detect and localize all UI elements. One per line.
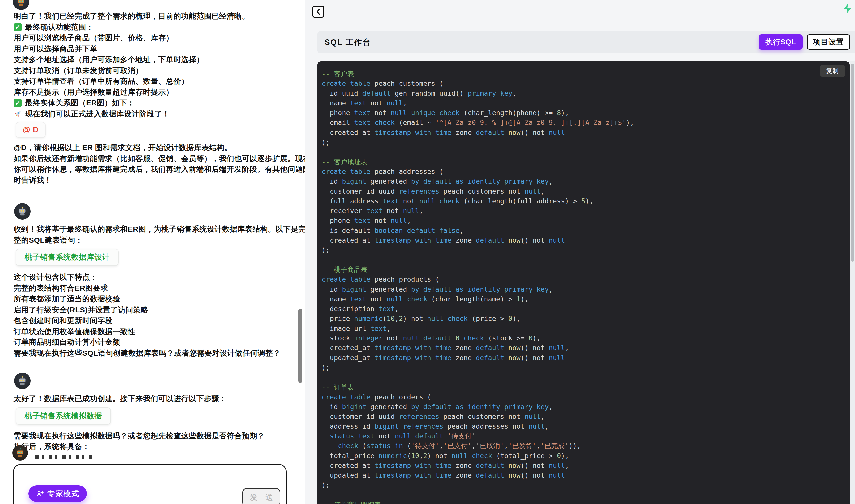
chat-line: 用户可以浏览桃子商品（带图片、价格、库存） [14, 33, 291, 43]
chat-line: 库存不足提示（用户选择数量超过库存时提示） [14, 87, 291, 98]
chat-line: 明白了！我们已经完成了整个需求的梳理，目前的功能范围已经清晰。 [14, 11, 291, 22]
clipped-text-fragment [35, 455, 92, 459]
assistant-avatar [14, 373, 31, 389]
chat-line: 需要我现在执行这些SQL语句创建数据库表吗？或者您需要对设计做任何调整？ [14, 348, 291, 359]
mention-card-d[interactable]: @D [16, 122, 46, 138]
robot-icon [15, 447, 26, 458]
workbench-header: SQL 工作台 执行SQL 项目设置 [317, 31, 855, 53]
check-emoji-icon: ✓ [14, 23, 22, 31]
code-line: address_id bigint references peach_addre… [322, 421, 844, 431]
code-line: email text check (email ~ '^[A-Za-z0-9._… [322, 118, 844, 127]
chat-line: 所有表都添加了适当的数据校验 [14, 294, 291, 305]
code-line: create table peach_orders ( [322, 392, 844, 402]
chat-line: 订单状态使用枚举值确保数据一致性 [14, 326, 291, 337]
chat-scrollbar-thumb[interactable] [298, 309, 302, 383]
robot-icon [16, 0, 27, 7]
chat-line: 如果你后续还有新增功能需求（比如客服、促销、会员等），我们也可以逐步扩展。现在 [14, 153, 291, 164]
expert-person-plus-icon [36, 489, 44, 498]
code-line [322, 372, 844, 382]
code-line: -- 客户表 [322, 69, 844, 78]
chat-line: 太好了！数据库表已成功创建。接下来我们可以进行以下步骤： [14, 393, 291, 404]
code-line: name text not null, [322, 98, 844, 108]
code-line: created_at timestamp with time zone defa… [322, 235, 844, 245]
send-button[interactable]: 发 送 [242, 488, 280, 504]
sql-code-panel: -- 客户表create table peach_customers ( id … [317, 61, 850, 504]
code-line [322, 147, 844, 157]
chat-line: 启用了行级安全(RLS)并设置了访问策略 [14, 305, 291, 316]
code-line: total_price numeric(10,2) not null check… [322, 451, 844, 461]
code-line: stock integer not null default 0 check (… [322, 333, 844, 343]
code-line: id bigint generated by default as identi… [322, 177, 844, 186]
chat-line: ✓最终确认功能范围： [14, 22, 291, 33]
artifact-link-card[interactable]: 桃子销售系统数据库设计 [16, 249, 119, 266]
workbench-title: SQL 工作台 [325, 31, 371, 53]
run-sql-button[interactable]: 执行SQL [759, 34, 803, 50]
code-line: updated_at timestamp with time zone defa… [322, 353, 844, 363]
sql-code[interactable]: -- 客户表create table peach_customers ( id … [317, 61, 850, 504]
code-line: phone text not null unique check (char_l… [322, 108, 844, 118]
check-emoji-icon: ✓ [14, 99, 22, 107]
code-line: is_default boolean default false, [322, 226, 844, 235]
chat-line: 包含创建时间和更新时间字段 [14, 315, 291, 326]
code-line: create table peach_customers ( [322, 78, 844, 88]
code-line: ); [322, 137, 844, 147]
code-line: receiver text not null, [322, 206, 844, 216]
chat-panel: 明白了！我们已经完成了整个需求的梳理，目前的功能范围已经清晰。✓最终确认功能范围… [0, 0, 305, 504]
code-line: created_at timestamp with time zone defa… [322, 128, 844, 137]
code-line: customer_id uuid references peach_custom… [322, 186, 844, 196]
code-line: customer_id uuid references peach_custom… [322, 412, 844, 421]
message-input-box[interactable]: 专家模式 发 送 [13, 464, 286, 504]
chat-line: 支持订单取消（订单未发货前可取消） [14, 65, 291, 76]
chat-line: 现在我们可以正式进入数据库设计阶段了！ [14, 109, 291, 120]
user-avatar [13, 445, 28, 461]
code-line: id uuid default gen_random_uuid() primar… [322, 89, 844, 98]
code-line: description text, [322, 304, 844, 313]
code-line: -- 客户地址表 [322, 157, 844, 167]
code-line: id bigint generated by default as identi… [322, 284, 844, 294]
chat-message: 太好了！数据库表已成功创建。接下来我们可以进行以下步骤：桃子销售系统模拟数据需要… [14, 393, 291, 452]
artifact-link-card[interactable]: 桃子销售系统模拟数据 [16, 407, 111, 425]
code-line [322, 490, 844, 500]
code-line [322, 255, 844, 265]
code-line: -- 桃子商品表 [322, 265, 844, 274]
code-line: ); [322, 480, 844, 490]
code-line: status text not null default '待支付' [322, 431, 844, 441]
chat-line: 需要我现在执行这些模拟数据吗？或者您想先检查这些数据是否符合预期？ [14, 431, 291, 442]
collapse-panel-button[interactable] [312, 6, 324, 18]
code-line: created_at timestamp with time zone defa… [322, 343, 844, 353]
code-line: full_address text not null check (char_l… [322, 196, 844, 206]
chevron-left-icon [315, 8, 321, 15]
chat-message: 收到！我将基于最终确认的需求和ER图，为桃子销售系统设计数据库表结构。以下是完整… [14, 224, 291, 359]
chat-line: 订单商品明细自动计算小计金额 [14, 337, 291, 348]
rocket-emoji-icon [14, 110, 22, 118]
code-line: created_at timestamp with time zone defa… [322, 461, 844, 470]
code-line: image_url text, [322, 324, 844, 333]
chat-line: 支持多个地址选择（用户可添加多个地址，下单时选择） [14, 54, 291, 65]
code-line: price numeric(10,2) not null check (pric… [322, 313, 844, 323]
code-line: create table peach_addresses ( [322, 167, 844, 177]
robot-icon [17, 205, 28, 217]
chat-line: ✓最终实体关系图（ER图）如下： [14, 98, 291, 109]
chat-line: 用户可以选择商品并下单 [14, 43, 291, 55]
code-line: -- 订单商品明细表 [322, 500, 844, 504]
expert-mode-button[interactable]: 专家模式 [29, 485, 87, 502]
supabase-bolt-icon [841, 3, 853, 15]
chat-line: 支持订单详情查看（订单中所有商品、数量、总价） [14, 76, 291, 87]
code-line: phone text not null, [322, 216, 844, 225]
chat-line: 完整的表结构符合ER图要求 [14, 283, 291, 294]
code-scrollbar-track[interactable] [850, 61, 855, 504]
chat-line: 执行后，系统将具备： [14, 442, 291, 452]
code-line: updated_at timestamp with time zone defa… [322, 470, 844, 480]
assistant-avatar [13, 0, 30, 10]
code-scrollbar-thumb[interactable] [851, 64, 854, 262]
sql-workbench-panel: SQL 工作台 执行SQL 项目设置 -- 客户表create table pe… [305, 0, 855, 504]
copy-button[interactable]: 复制 [820, 65, 845, 77]
project-settings-button[interactable]: 项目设置 [807, 34, 850, 50]
chat-line: 收到！我将基于最终确认的需求和ER图，为桃子销售系统设计数据库表结构。以下是完 [14, 224, 291, 235]
chat-line: 整的SQL建表语句： [14, 235, 291, 246]
code-line: id bigint generated by default as identi… [322, 402, 844, 412]
chat-line: 你可以稍作休息，等数据库搭建完成后，我们再进入前端和后端开发阶段。有其他问题随 [14, 164, 291, 175]
code-line: ); [322, 245, 844, 255]
message-input[interactable] [20, 469, 245, 483]
code-line: create table peach_products ( [322, 274, 844, 284]
